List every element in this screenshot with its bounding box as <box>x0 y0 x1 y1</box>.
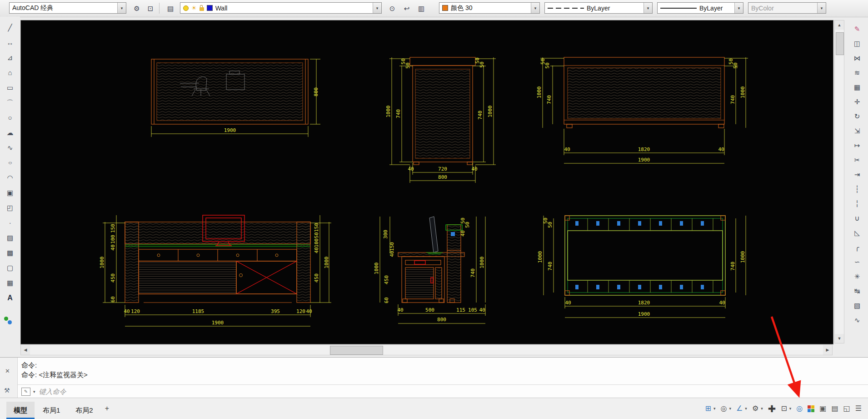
layer-on-bulb-icon[interactable] <box>183 5 189 11</box>
chevron-down-icon[interactable]: ▾ <box>117 3 126 13</box>
explode-icon[interactable]: ✳ <box>851 271 863 282</box>
lineweight-selector[interactable]: ByLayer ▾ <box>657 2 743 14</box>
join-icon[interactable]: ∪ <box>851 213 863 223</box>
vertical-scrollbar[interactable]: ▲ ▼ <box>834 20 844 343</box>
break-at-point-icon[interactable]: ┆ <box>851 184 863 194</box>
make-block-icon[interactable]: ◰ <box>4 202 16 213</box>
drafting-settings-gear-icon[interactable]: ⚙ <box>752 405 758 412</box>
view-counter-front-elevation: 150 100 40 450 60 1000 150 50 100 40 450… <box>99 215 331 326</box>
layer-lock-icon[interactable] <box>200 7 204 11</box>
snap-mode-icon[interactable]: ⊞ <box>705 405 711 412</box>
edit-hatch-icon[interactable]: ▧ <box>851 300 863 311</box>
layer-properties-icon[interactable]: ▤ <box>165 3 176 14</box>
graphics-performance-icon[interactable]: ▤ <box>831 405 838 412</box>
wrench-icon[interactable]: ⚒ <box>4 387 10 394</box>
insert-block-icon[interactable]: ▣ <box>4 187 16 198</box>
layer-selector[interactable]: ☀ Wall ▾ <box>180 2 382 14</box>
dim-label: 800 <box>437 317 446 323</box>
chevron-down-icon[interactable]: ▾ <box>373 3 381 13</box>
horizontal-scroll-thumb[interactable] <box>330 346 383 355</box>
layout2-tab[interactable]: 布局2 <box>68 402 100 419</box>
rotate-icon[interactable]: ↻ <box>851 111 863 121</box>
clean-screen-monitor-icon[interactable]: ⊡ <box>781 405 787 412</box>
workspace-settings-gear-icon[interactable]: ⚙ <box>131 3 143 14</box>
model-space-canvas[interactable]: 1900 800 50 50 1000 740 50 50 740 1000 4… <box>20 20 833 344</box>
close-icon[interactable]: ✕ <box>5 368 10 374</box>
table-icon[interactable]: ▦ <box>4 278 16 288</box>
blend-curves-icon[interactable]: ∽ <box>851 257 863 267</box>
color-selector[interactable]: 颜色 30 ▾ <box>439 2 540 14</box>
layer-thaw-sun-icon[interactable]: ☀ <box>191 5 197 11</box>
polar-tracking-icon[interactable]: ∠ <box>736 405 743 412</box>
named-views-icon[interactable]: ⊡ <box>145 3 156 14</box>
copy-icon[interactable]: ◫ <box>851 38 863 49</box>
scroll-right-icon[interactable]: ▶ <box>823 345 832 355</box>
spline-icon[interactable]: ∿ <box>4 142 16 153</box>
linetype-selector[interactable]: ByLayer ▾ <box>544 2 653 14</box>
gear-flyout-icon[interactable]: ▾ <box>761 407 763 411</box>
add-layout-tab-button[interactable]: + <box>100 400 114 417</box>
mtext-icon[interactable]: A <box>4 293 16 303</box>
hatch-icon[interactable]: ▨ <box>4 232 16 243</box>
polygon-icon[interactable]: ⌂ <box>4 67 16 78</box>
isolate-objects-icon[interactable]: ▣ <box>819 405 826 412</box>
snap-flyout-icon[interactable]: ▾ <box>713 407 716 411</box>
offset-icon[interactable]: ≋ <box>851 67 863 78</box>
mirror-icon[interactable]: ⋈ <box>851 53 863 63</box>
scroll-down-icon[interactable]: ▼ <box>835 334 844 343</box>
scroll-up-icon[interactable]: ▲ <box>835 20 844 30</box>
scroll-left-icon[interactable]: ◀ <box>21 345 30 355</box>
region-icon[interactable]: ▢ <box>4 263 16 273</box>
dynamic-input-icon[interactable]: ✚ <box>768 404 776 414</box>
revision-cloud-icon[interactable]: ☁ <box>4 127 16 138</box>
customization-menu-icon[interactable]: ☰ <box>855 405 862 412</box>
chamfer-icon[interactable]: ◺ <box>851 227 863 238</box>
make-object-layer-current-icon[interactable]: ⊙ <box>386 3 398 14</box>
edit-polyline-icon[interactable]: ∿ <box>851 315 863 325</box>
lengthen-icon[interactable]: ↹ <box>851 286 863 296</box>
arc-icon[interactable]: ⌒ <box>4 97 16 108</box>
chevron-down-icon[interactable]: ▾ <box>531 3 539 13</box>
scale-icon[interactable]: ⇲ <box>851 126 863 136</box>
annotation-monitor-icon[interactable]: ◎ <box>796 405 803 412</box>
break-icon[interactable]: ╎ <box>851 198 863 209</box>
dim-label: 115 <box>456 307 465 313</box>
move-icon[interactable]: ✛ <box>851 96 863 107</box>
erase-icon[interactable]: ✎ <box>851 24 863 34</box>
command-input-row[interactable]: ✎ ▾ <box>18 384 868 398</box>
array-icon[interactable]: ▦ <box>851 82 863 92</box>
rectangle-icon[interactable]: ▭ <box>4 82 16 93</box>
color-dots-icon[interactable] <box>3 316 15 325</box>
command-input[interactable] <box>38 387 868 396</box>
layout1-tab[interactable]: 布局1 <box>35 402 67 419</box>
ellipse-arc-icon[interactable]: ◠ <box>4 172 16 183</box>
monitor-flyout-icon[interactable]: ▾ <box>789 407 792 411</box>
ellipse-icon[interactable]: ○ <box>4 159 16 166</box>
chevron-down-icon[interactable]: ▾ <box>734 3 743 13</box>
fillet-icon[interactable]: ╭ <box>851 242 863 252</box>
extend-icon[interactable]: ⇥ <box>851 169 863 180</box>
chevron-down-icon[interactable]: ▾ <box>644 3 652 13</box>
command-window: ✕ ⚒ 命令: 命令: <注释监视器关> ✎ ▾ <box>0 357 868 398</box>
point-icon[interactable]: ∙ <box>4 217 16 228</box>
polar-flyout-icon[interactable]: ▾ <box>745 407 747 411</box>
polyline-icon[interactable]: ⊿ <box>4 52 16 63</box>
layer-states-icon[interactable]: ▥ <box>415 3 427 14</box>
clean-screen-icon[interactable]: ◱ <box>843 405 850 412</box>
construction-line-icon[interactable]: ↔ <box>4 37 16 48</box>
vertical-scroll-thumb[interactable] <box>836 32 844 55</box>
trim-icon[interactable]: ✂ <box>851 155 863 165</box>
gradient-icon[interactable]: ▩ <box>4 247 16 258</box>
chevron-down-icon[interactable]: ▾ <box>33 389 35 394</box>
workspace-selector[interactable]: AutoCAD 经典 ▾ <box>9 2 126 14</box>
circle-icon[interactable]: ○ <box>4 112 16 123</box>
workspace-switching-icon[interactable] <box>808 405 814 412</box>
isodraft-icon[interactable]: ◎ <box>721 405 727 412</box>
isodraft-flyout-icon[interactable]: ▾ <box>729 407 731 411</box>
model-tab[interactable]: 模型 <box>6 402 35 419</box>
layer-previous-icon[interactable]: ↩ <box>401 3 413 14</box>
stretch-icon[interactable]: ↦ <box>851 140 863 151</box>
line-icon[interactable]: ╱ <box>4 22 16 33</box>
dim-label: 100 <box>314 238 319 247</box>
horizontal-scrollbar[interactable]: ◀ ▶ <box>20 344 833 355</box>
